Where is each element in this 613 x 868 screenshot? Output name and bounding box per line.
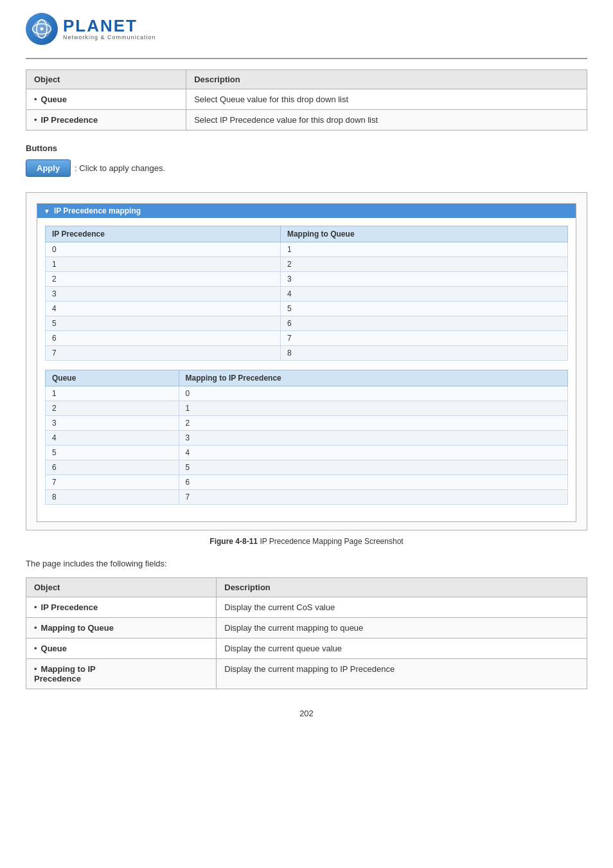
- description-cell: Select Queue value for this drop down li…: [186, 89, 587, 110]
- object-cell: •Mapping to Queue: [26, 618, 217, 638]
- queue-cell: 1: [280, 242, 567, 257]
- brand-name: PLANET: [63, 17, 156, 34]
- table-row: •IP PrecedenceSelect IP Precedence value…: [26, 110, 587, 131]
- ip-cell: 5: [46, 316, 281, 331]
- top-info-table: Object Description •QueueSelect Queue va…: [26, 69, 587, 131]
- description-cell: Select IP Precedence value for this drop…: [186, 110, 587, 131]
- table-row: 10: [46, 386, 568, 401]
- buttons-section-title: Buttons: [26, 143, 587, 153]
- table-row: 78: [46, 346, 568, 361]
- bottom-info-table: Object Description •IP PrecedenceDisplay…: [26, 577, 587, 689]
- queue-cell: 5: [280, 302, 567, 316]
- figure-text: IP Precedence Mapping Page Screenshot: [258, 537, 404, 546]
- queue-cell: 3: [46, 416, 179, 431]
- ip-col1: IP Precedence: [46, 226, 281, 242]
- top-table-col1: Object: [26, 70, 186, 89]
- table-row: 67: [46, 331, 568, 346]
- buttons-row: Apply : Click to apply changes.: [26, 159, 587, 177]
- table-row: 87: [46, 490, 568, 505]
- queue-table: Queue Mapping to IP Precedence 102132435…: [45, 370, 568, 505]
- table-row: •Mapping to QueueDisplay the current map…: [26, 618, 587, 638]
- table-row: •IP PrecedenceDisplay the current CoS va…: [26, 597, 587, 618]
- ip-cell: 4: [179, 446, 567, 460]
- queue-cell: 1: [46, 386, 179, 401]
- ip-cell: 1: [179, 401, 567, 416]
- ip-cell: 3: [46, 287, 281, 302]
- queue-cell: 8: [280, 346, 567, 361]
- table-row: •QueueDisplay the current queue value: [26, 638, 587, 659]
- ip-cell: 2: [179, 416, 567, 431]
- table-row: 76: [46, 475, 568, 490]
- figure-label: Figure 4-8-11: [209, 537, 258, 546]
- svg-point-3: [40, 28, 44, 31]
- description-cell: Display the current mapping to queue: [217, 618, 587, 638]
- table-row: 54: [46, 446, 568, 460]
- ip-cell: 6: [46, 331, 281, 346]
- ip-cell: 4: [46, 302, 281, 316]
- mapping-panel: IP Precedence mapping IP Precedence Mapp…: [37, 203, 576, 522]
- q-col1: Queue: [46, 370, 179, 386]
- page-number: 202: [26, 709, 587, 718]
- table-row: 45: [46, 302, 568, 316]
- apply-description: : Click to apply changes.: [75, 163, 165, 173]
- queue-cell: 6: [46, 460, 179, 475]
- ip-cell: 0: [179, 386, 567, 401]
- table-row: 12: [46, 257, 568, 272]
- queue-cell: 3: [280, 272, 567, 287]
- screenshot-box: IP Precedence mapping IP Precedence Mapp…: [26, 192, 587, 530]
- table-row: •QueueSelect Queue value for this drop d…: [26, 89, 587, 110]
- queue-cell: 6: [280, 316, 567, 331]
- queue-cell: 8: [46, 490, 179, 505]
- brand-sub: Networking & Communication: [63, 34, 156, 41]
- mapping-panel-title: IP Precedence mapping: [37, 204, 576, 218]
- table-row: 01: [46, 242, 568, 257]
- logo-text: PLANET Networking & Communication: [63, 17, 156, 41]
- bottom-col1: Object: [26, 578, 217, 597]
- bottom-col2: Description: [217, 578, 587, 597]
- description-cell: Display the current mapping to IP Preced…: [217, 659, 587, 689]
- ip-cell: 5: [179, 460, 567, 475]
- table-row: 23: [46, 272, 568, 287]
- queue-cell: 7: [280, 331, 567, 346]
- description-cell: Display the current CoS value: [217, 597, 587, 618]
- top-divider: [26, 58, 587, 59]
- queue-cell: 4: [46, 431, 179, 446]
- ip-col2: Mapping to Queue: [280, 226, 567, 242]
- ip-precedence-table: IP Precedence Mapping to Queue 011223344…: [45, 226, 568, 361]
- table-row: 56: [46, 316, 568, 331]
- queue-cell: 5: [46, 446, 179, 460]
- logo-area: PLANET Networking & Communication: [26, 13, 587, 45]
- top-table-col2: Description: [186, 70, 587, 89]
- ip-cell: 7: [46, 346, 281, 361]
- table-row: 43: [46, 431, 568, 446]
- object-cell: •Mapping to IPPrecedence: [26, 659, 217, 689]
- apply-button[interactable]: Apply: [26, 159, 71, 177]
- queue-cell: 2: [46, 401, 179, 416]
- logo-icon: [26, 13, 58, 45]
- ip-cell: 0: [46, 242, 281, 257]
- mapping-content: IP Precedence Mapping to Queue 011223344…: [37, 218, 576, 521]
- object-cell: •Queue: [26, 89, 186, 110]
- queue-cell: 7: [46, 475, 179, 490]
- queue-cell: 2: [280, 257, 567, 272]
- ip-cell: 1: [46, 257, 281, 272]
- ip-cell: 7: [179, 490, 567, 505]
- table-row: 21: [46, 401, 568, 416]
- table-row: 32: [46, 416, 568, 431]
- table-row: 34: [46, 287, 568, 302]
- table-row: 65: [46, 460, 568, 475]
- object-cell: •IP Precedence: [26, 110, 186, 131]
- object-cell: •Queue: [26, 638, 217, 659]
- queue-cell: 4: [280, 287, 567, 302]
- ip-cell: 2: [46, 272, 281, 287]
- figure-caption: Figure 4-8-11 IP Precedence Mapping Page…: [26, 537, 587, 546]
- ip-cell: 3: [179, 431, 567, 446]
- ip-cell: 6: [179, 475, 567, 490]
- object-cell: •IP Precedence: [26, 597, 217, 618]
- description-cell: Display the current queue value: [217, 638, 587, 659]
- q-col2: Mapping to IP Precedence: [179, 370, 567, 386]
- page-description: The page includes the following fields:: [26, 559, 587, 568]
- table-row: •Mapping to IPPrecedenceDisplay the curr…: [26, 659, 587, 689]
